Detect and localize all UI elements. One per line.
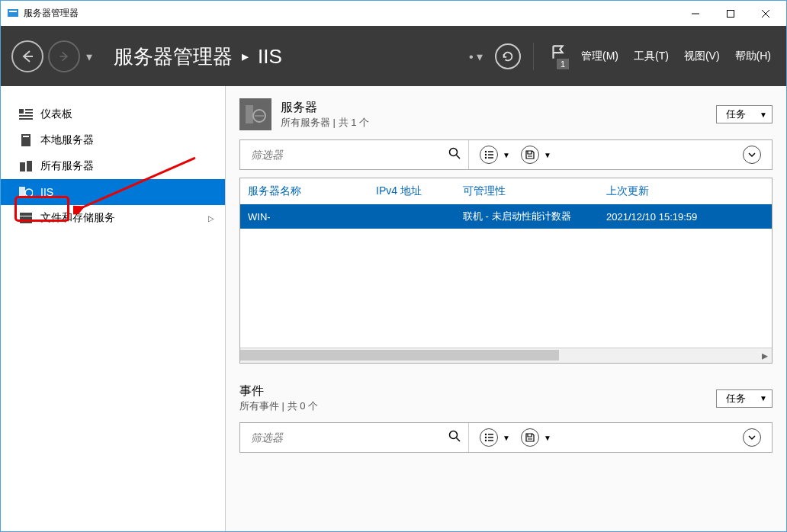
- tasks-dropdown[interactable]: 任务▼: [716, 389, 773, 408]
- maximize-button[interactable]: [713, 2, 748, 26]
- filter-input[interactable]: [251, 149, 441, 161]
- storage-icon: [19, 213, 33, 223]
- divider: [533, 43, 534, 70]
- sidebar-item-label: 本地服务器: [40, 133, 94, 147]
- menu-manage[interactable]: 管理(M): [581, 50, 618, 63]
- servers-section-icon: [239, 98, 271, 130]
- cell-manageability: 联机 - 未启动性能计数器: [455, 210, 599, 223]
- section-subtitle: 所有服务器 | 共 1 个: [281, 116, 707, 130]
- svg-rect-35: [488, 434, 493, 434]
- svg-point-38: [485, 440, 487, 441]
- svg-rect-0: [8, 9, 18, 17]
- svg-rect-14: [23, 136, 29, 137]
- horizontal-scrollbar[interactable]: ◂▸: [240, 348, 772, 363]
- minimize-button[interactable]: [678, 2, 713, 26]
- column-header-manageability[interactable]: 可管理性: [455, 184, 599, 198]
- server-icon: [19, 134, 33, 146]
- search-icon[interactable]: [448, 147, 461, 162]
- svg-rect-3: [728, 10, 734, 17]
- svg-point-28: [485, 154, 487, 155]
- table-row[interactable]: WIN- 联机 - 未启动性能计数器 2021/12/10 15:19:59: [240, 204, 772, 229]
- menu-view[interactable]: 视图(V): [684, 50, 720, 63]
- collapse-button[interactable]: [743, 428, 761, 447]
- svg-rect-8: [19, 109, 24, 114]
- forward-button[interactable]: [48, 40, 80, 72]
- svg-rect-21: [20, 220, 32, 223]
- cell-name: WIN-: [240, 211, 455, 223]
- chevron-right-icon: ▸: [242, 48, 249, 65]
- tasks-dropdown[interactable]: 任务▼: [716, 105, 773, 123]
- servers-toolbar: ▼ ▼: [239, 139, 773, 170]
- column-header-ipv4[interactable]: IPv4 地址: [368, 184, 455, 198]
- svg-rect-9: [25, 109, 33, 111]
- cell-last-update: 2021/12/10 15:19:59: [599, 211, 772, 223]
- svg-point-18: [25, 189, 33, 197]
- breadcrumb-current: IIS: [258, 45, 282, 69]
- svg-rect-22: [246, 105, 253, 123]
- iis-icon: [19, 187, 33, 197]
- svg-rect-31: [488, 157, 493, 158]
- sidebar-item-label: 仪表板: [40, 107, 72, 121]
- svg-rect-27: [488, 151, 493, 152]
- svg-rect-19: [20, 213, 32, 216]
- svg-rect-37: [488, 437, 493, 437]
- history-dropdown[interactable]: ▾: [86, 50, 92, 64]
- svg-rect-16: [27, 161, 32, 171]
- servers-section: 服务器 所有服务器 | 共 1 个 任务▼ ▼: [239, 98, 773, 364]
- sidebar-item-local-server[interactable]: 本地服务器: [1, 127, 225, 153]
- svg-point-34: [485, 434, 487, 435]
- titlebar: 服务器管理器: [1, 1, 786, 27]
- refresh-button[interactable]: [495, 43, 521, 69]
- sidebar-item-iis[interactable]: IIS: [1, 179, 225, 205]
- svg-rect-1: [9, 11, 17, 12]
- section-title: 事件: [239, 383, 707, 399]
- breadcrumb-dropdown[interactable]: • ▾: [469, 50, 483, 64]
- sidebar-item-dashboard[interactable]: 仪表板: [1, 101, 225, 127]
- save-view-button[interactable]: ▼: [521, 428, 551, 447]
- section-subtitle: 所有事件 | 共 0 个: [239, 399, 707, 413]
- events-section: 事件 所有事件 | 共 0 个 任务▼ ▼ ▼: [239, 383, 773, 453]
- servers-table: 服务器名称 IPv4 地址 可管理性 上次更新 WIN- 联机 - 未启动性能计…: [239, 178, 773, 364]
- collapse-button[interactable]: [743, 146, 761, 164]
- svg-point-26: [485, 151, 487, 152]
- svg-rect-17: [19, 187, 25, 197]
- servers-icon: [19, 161, 33, 171]
- sidebar-item-files-storage[interactable]: 文件和存储服务 ▷: [1, 205, 225, 231]
- dashboard-icon: [19, 109, 33, 120]
- search-icon[interactable]: [448, 430, 461, 445]
- window-title: 服务器管理器: [24, 7, 79, 20]
- svg-point-36: [485, 437, 487, 438]
- svg-point-30: [485, 157, 487, 159]
- svg-point-32: [450, 431, 458, 439]
- back-button[interactable]: [11, 40, 43, 72]
- svg-point-24: [450, 149, 458, 156]
- filter-input[interactable]: [251, 431, 441, 444]
- svg-line-25: [457, 155, 461, 159]
- notifications-count: 1: [557, 59, 569, 69]
- sidebar-item-all-servers[interactable]: 所有服务器: [1, 153, 225, 179]
- svg-rect-29: [488, 154, 493, 155]
- column-header-name[interactable]: 服务器名称: [240, 184, 368, 198]
- list-view-button[interactable]: ▼: [480, 146, 510, 164]
- menu-tools[interactable]: 工具(T): [634, 50, 669, 63]
- app-icon: [7, 8, 19, 20]
- sidebar: 仪表板 本地服务器 所有服务器 IIS 文件和存储服务 ▷: [1, 86, 226, 531]
- breadcrumb-root: 服务器管理器: [114, 43, 233, 70]
- sidebar-item-label: IIS: [40, 186, 53, 198]
- notifications-flag[interactable]: 1: [546, 43, 569, 69]
- sidebar-item-label: 所有服务器: [40, 159, 94, 173]
- navbar: ▾ 服务器管理器 ▸ IIS • ▾ 1 管理(M) 工具(T) 视图(V) 帮…: [1, 27, 786, 86]
- close-button[interactable]: [748, 2, 783, 26]
- svg-rect-39: [488, 440, 493, 441]
- list-view-button[interactable]: ▼: [480, 428, 510, 447]
- menu-help[interactable]: 帮助(H): [735, 50, 771, 63]
- svg-rect-11: [19, 115, 33, 117]
- save-view-button[interactable]: ▼: [521, 146, 551, 164]
- svg-rect-15: [20, 162, 25, 171]
- svg-rect-10: [25, 112, 33, 114]
- events-toolbar: ▼ ▼: [239, 422, 773, 453]
- sidebar-item-label: 文件和存储服务: [40, 211, 115, 225]
- breadcrumb[interactable]: 服务器管理器 ▸ IIS: [114, 43, 282, 70]
- column-header-last-update[interactable]: 上次更新: [599, 184, 772, 198]
- svg-rect-20: [20, 216, 32, 220]
